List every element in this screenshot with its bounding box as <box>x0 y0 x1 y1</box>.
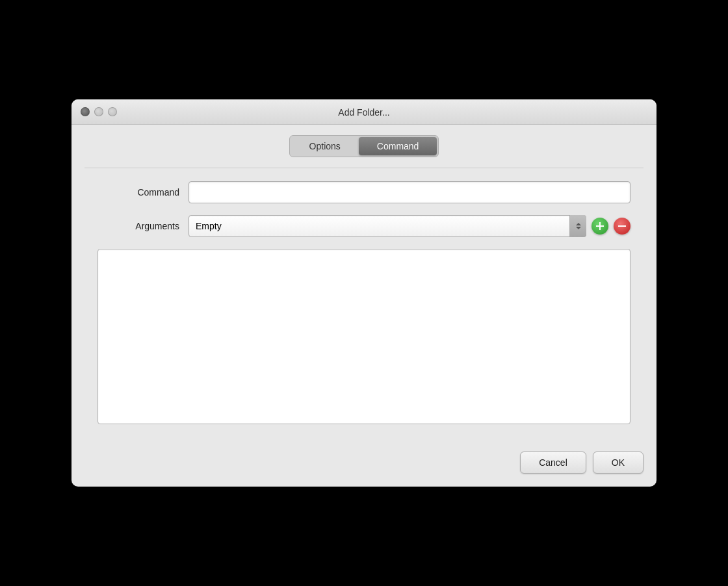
arguments-row: Arguments Empty <box>98 215 630 237</box>
command-label: Command <box>98 187 188 197</box>
ok-button[interactable]: OK <box>593 452 644 474</box>
dialog-window: Add Folder... Options Command Command Ar… <box>72 99 656 487</box>
tab-command[interactable]: Command <box>359 137 437 155</box>
close-button[interactable] <box>81 107 90 116</box>
add-argument-button[interactable] <box>592 218 608 235</box>
maximize-button[interactable] <box>108 107 117 116</box>
minus-icon <box>618 225 626 227</box>
tabs-container: Options Command <box>84 135 644 157</box>
traffic-lights <box>81 107 117 116</box>
minimize-button[interactable] <box>94 107 103 116</box>
arguments-label: Arguments <box>98 221 188 231</box>
window-title: Add Folder... <box>338 107 389 118</box>
plus-icon <box>596 225 604 227</box>
cancel-button[interactable]: Cancel <box>520 452 586 474</box>
tab-options[interactable]: Options <box>291 137 359 155</box>
title-bar: Add Folder... <box>72 99 656 125</box>
tabs: Options Command <box>289 135 439 157</box>
bottom-buttons: Cancel OK <box>84 445 644 474</box>
command-input[interactable] <box>188 181 630 203</box>
remove-argument-button[interactable] <box>614 218 630 235</box>
arguments-select-wrapper: Empty <box>188 215 586 237</box>
arguments-list[interactable] <box>98 249 630 424</box>
arguments-select[interactable]: Empty <box>188 215 586 237</box>
command-row: Command <box>98 181 630 203</box>
arguments-controls: Empty <box>188 215 630 237</box>
command-controls <box>188 181 630 203</box>
form-area: Command Arguments Empty <box>84 168 644 445</box>
dialog-content: Options Command Command Arguments Empty <box>72 125 656 487</box>
